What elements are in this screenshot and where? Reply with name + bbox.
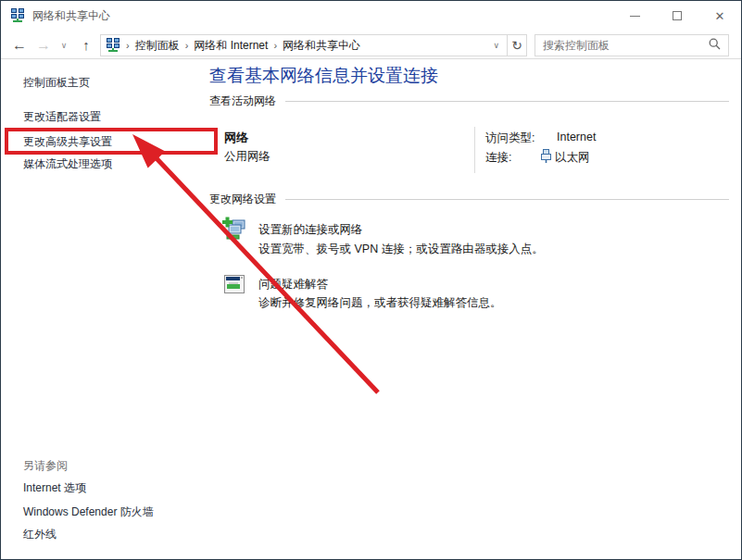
sidebar-item-change-adapter-settings[interactable]: 更改适配器设置 — [23, 109, 101, 125]
active-networks-section-header: 查看活动网络 — [209, 93, 729, 109]
recent-pages-chevron-icon[interactable]: ∨ — [57, 31, 71, 59]
sidebar-item-internet-options[interactable]: Internet 选项 — [23, 480, 86, 496]
sidebar-item-infrared[interactable]: 红外线 — [23, 527, 57, 542]
network-app-icon — [10, 8, 25, 23]
section-rule — [285, 101, 729, 102]
window-controls: ✕ — [613, 1, 741, 31]
access-type-label: 访问类型: — [485, 131, 534, 146]
up-button[interactable]: ↑ — [75, 31, 97, 59]
breadcrumb-separator-icon: › — [268, 40, 283, 51]
navigation-toolbar: ← → ∨ ↑ › 控制面板 › 网络和 Internet › 网络和共享中心 — [1, 31, 741, 59]
title-bar: 网络和共享中心 ✕ — [1, 1, 741, 31]
new-connection-icon — [221, 216, 247, 244]
address-dropdown-chevron-icon[interactable]: ∨ — [485, 41, 507, 50]
breadcrumb-item-network-sharing-center[interactable]: 网络和共享中心 — [283, 38, 360, 54]
network-app-icon-small — [106, 38, 120, 53]
search-box — [534, 34, 729, 56]
ethernet-icon — [541, 149, 551, 166]
section-rule — [285, 199, 729, 200]
minimize-button[interactable] — [613, 1, 656, 31]
setup-new-connection-description: 设置宽带、拨号或 VPN 连接；或设置路由器或接入点。 — [258, 242, 544, 257]
troubleshoot-description: 诊断并修复网络问题，或者获得疑难解答信息。 — [258, 295, 502, 311]
search-input[interactable] — [535, 39, 709, 52]
network-type: 公用网络 — [224, 149, 270, 165]
active-networks-section-title: 查看活动网络 — [209, 93, 276, 109]
connections-label: 连接: — [485, 150, 511, 166]
breadcrumb-item-network-internet[interactable]: 网络和 Internet — [194, 38, 268, 54]
see-also-heading: 另请参阅 — [23, 458, 68, 474]
page-title: 查看基本网络信息并设置连接 — [209, 64, 438, 88]
network-name: 网络 — [224, 130, 248, 146]
ethernet-link[interactable]: 以太网 — [555, 150, 590, 166]
sidebar-item-windows-defender-firewall[interactable]: Windows Defender 防火墙 — [23, 504, 154, 520]
breadcrumb-separator-icon: › — [120, 40, 135, 51]
close-button[interactable]: ✕ — [698, 1, 741, 31]
address-bar[interactable]: › 控制面板 › 网络和 Internet › 网络和共享中心 ∨ ↻ — [100, 34, 527, 56]
breadcrumb-item-control-panel[interactable]: 控制面板 — [135, 38, 180, 54]
back-button[interactable]: ← — [8, 31, 31, 59]
sidebar-item-change-advanced-sharing-settings[interactable]: 更改高级共享设置 — [23, 134, 112, 150]
change-settings-section-header: 更改网络设置 — [209, 192, 729, 207]
refresh-button[interactable]: ↻ — [508, 38, 526, 53]
forward-button[interactable]: → — [32, 31, 55, 59]
window-title: 网络和共享中心 — [32, 8, 110, 24]
troubleshoot-link[interactable]: 问题疑难解答 — [258, 277, 328, 292]
breadcrumb-separator-icon: › — [180, 40, 195, 51]
access-type-value: Internet — [557, 131, 596, 143]
network-sharing-center-window: 网络和共享中心 ✕ ← → ∨ ↑ › 控制面板 — [0, 0, 742, 560]
troubleshoot-icon — [224, 274, 245, 297]
search-icon[interactable] — [709, 38, 721, 53]
active-network-divider — [474, 127, 475, 173]
maximize-button[interactable] — [656, 1, 698, 31]
setup-new-connection-link[interactable]: 设置新的连接或网络 — [258, 222, 363, 238]
sidebar-item-media-streaming-options[interactable]: 媒体流式处理选项 — [23, 156, 112, 172]
sidebar-item-control-panel-home[interactable]: 控制面板主页 — [23, 75, 90, 91]
change-settings-section-title: 更改网络设置 — [209, 192, 276, 207]
